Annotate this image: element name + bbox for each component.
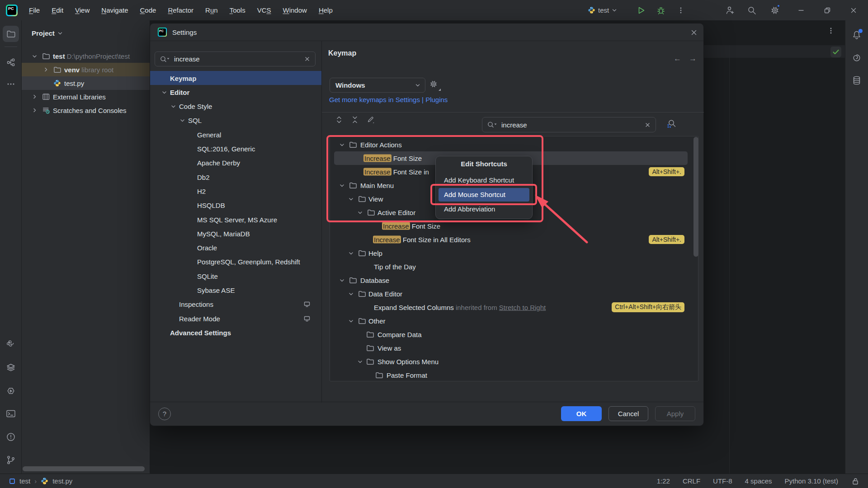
keymap-tree-row[interactable]: Tip of the Day — [330, 260, 698, 273]
get-more-keymaps-link[interactable]: Get more keymaps in Settings | Plugins — [329, 96, 448, 103]
keymap-tree-row[interactable]: Increase Font Size — [330, 219, 698, 233]
breadcrumb-file[interactable]: test.py — [52, 477, 72, 485]
ok-button[interactable]: OK — [561, 406, 602, 421]
settings-tree-item[interactable]: Code Style — [150, 99, 321, 113]
ai-assistant-icon[interactable] — [849, 50, 865, 66]
minimize-button[interactable] — [794, 0, 808, 20]
database-icon[interactable] — [849, 72, 865, 89]
settings-tree-item[interactable]: SQL — [150, 113, 321, 127]
more-tools-icon[interactable] — [3, 76, 19, 92]
cancel-button[interactable]: Cancel — [609, 406, 648, 421]
settings-tree-item[interactable]: Editor — [150, 85, 321, 99]
clear-search-icon[interactable] — [304, 56, 311, 62]
settings-tree-item[interactable]: Reader Mode — [150, 311, 321, 325]
status-item[interactable]: 4 spaces — [745, 477, 772, 485]
keymap-tree-row[interactable]: Paste Format — [330, 368, 698, 381]
keymap-search-input[interactable]: increase — [482, 117, 656, 132]
keymap-tree-row[interactable]: Show Options Menu — [330, 355, 698, 368]
version-control-tool-icon[interactable] — [3, 452, 19, 468]
project-panel-header[interactable]: Project — [32, 29, 63, 37]
settings-tree-item[interactable]: HSQLDB — [150, 198, 321, 212]
breadcrumb-project[interactable]: test — [19, 477, 30, 485]
keymap-tree-row[interactable]: Expand Selected Columns inherited from S… — [330, 300, 698, 314]
menu-edit[interactable]: Edit — [46, 0, 69, 20]
menu-window[interactable]: Window — [277, 0, 313, 20]
keymap-scheme-gear-icon[interactable] — [429, 80, 441, 91]
project-tree-row[interactable]: test.py — [22, 76, 150, 90]
keymap-tree-row[interactable]: Database — [330, 273, 698, 287]
code-with-me-icon[interactable] — [723, 0, 737, 20]
search-everywhere-icon[interactable] — [745, 0, 759, 20]
status-item[interactable]: Python 3.10 (test) — [785, 477, 838, 485]
menu-item-add-keyboard-shortcut[interactable]: Add Keyboard Shortcut — [439, 174, 529, 187]
keymap-tree-row[interactable]: Compare Data — [330, 328, 698, 341]
keymap-tree-row[interactable]: Editor Actions — [330, 138, 698, 151]
project-tool-icon[interactable] — [3, 26, 19, 42]
settings-tree-item[interactable]: MySQL, MariaDB — [150, 226, 321, 240]
run-config-selector[interactable]: test — [588, 0, 628, 20]
menu-vcs[interactable]: VCS — [251, 0, 277, 20]
close-icon[interactable] — [690, 28, 698, 37]
status-item[interactable]: CRLF — [683, 477, 700, 485]
maximize-button[interactable] — [821, 0, 834, 20]
menu-code[interactable]: Code — [134, 0, 162, 20]
settings-tree-item[interactable]: Apache Derby — [150, 156, 321, 170]
menu-file[interactable]: File — [23, 0, 46, 20]
apply-button[interactable]: Apply — [655, 406, 695, 421]
settings-search-input[interactable]: increase — [155, 52, 316, 66]
collapse-all-icon[interactable] — [350, 115, 360, 125]
status-item[interactable]: 1:22 — [657, 477, 670, 485]
keymap-tree-row[interactable]: Help — [330, 246, 698, 260]
settings-tree-item[interactable]: General — [150, 127, 321, 141]
problems-tool-icon[interactable] — [3, 429, 19, 445]
menu-view[interactable]: View — [69, 0, 95, 20]
settings-tree-item[interactable]: SQL:2016, Generic — [150, 142, 321, 156]
keymap-tree-row[interactable]: Increase Font Size in All EditorsAlt+Shi… — [330, 233, 698, 246]
structure-tool-icon[interactable] — [3, 54, 19, 70]
settings-tree-item[interactable]: MS SQL Server, MS Azure — [150, 212, 321, 226]
keymap-scrollbar[interactable] — [693, 137, 698, 257]
menu-run[interactable]: Run — [199, 0, 224, 20]
settings-tree-item[interactable]: Advanced Settings — [150, 325, 321, 339]
notifications-icon[interactable] — [849, 27, 865, 43]
edit-shortcut-icon[interactable] — [366, 115, 376, 125]
debug-button[interactable] — [654, 0, 668, 20]
inspections-ok-icon[interactable] — [830, 47, 841, 57]
keymap-tree-row[interactable]: Other — [330, 314, 698, 328]
run-tool-icon[interactable] — [3, 383, 19, 399]
menu-navigate[interactable]: Navigate — [95, 0, 134, 20]
forward-icon[interactable]: → — [689, 54, 697, 63]
keymap-scheme-select[interactable]: Windows — [330, 78, 425, 93]
settings-tree-item[interactable]: Keymap — [150, 71, 321, 85]
menu-item-add-mouse-shortcut[interactable]: Add Mouse Shortcut — [439, 188, 529, 202]
menu-help[interactable]: Help — [313, 0, 339, 20]
more-actions-icon[interactable] — [674, 0, 688, 20]
project-tree-row[interactable]: test D:\pythonProject\test — [22, 49, 150, 63]
close-button[interactable] — [847, 0, 860, 20]
expand-all-icon[interactable] — [335, 115, 344, 125]
keymap-tree-row[interactable]: Data Editor — [330, 287, 698, 300]
project-tree-row[interactable]: venv library root — [22, 63, 150, 76]
project-tree-row[interactable]: External Libraries — [22, 90, 150, 103]
lock-icon[interactable] — [851, 477, 860, 486]
settings-gear-icon[interactable] — [768, 0, 782, 20]
back-icon[interactable]: ← — [674, 54, 681, 63]
find-by-shortcut-icon[interactable] — [666, 119, 678, 131]
help-icon[interactable]: ? — [158, 408, 171, 420]
python-packages-tool-icon[interactable] — [3, 337, 19, 353]
settings-tree-item[interactable]: Oracle — [150, 241, 321, 255]
settings-tree-item[interactable]: SQLite — [150, 269, 321, 283]
services-tool-icon[interactable] — [3, 360, 19, 376]
settings-tree-item[interactable]: PostgreSQL, Greenplum, Redshift — [150, 255, 321, 269]
status-item[interactable]: UTF-8 — [713, 477, 732, 485]
pycharm-logo-icon[interactable]: PC — [6, 5, 18, 16]
project-tree-row[interactable]: Scratches and Consoles — [22, 103, 150, 117]
project-hscrollbar[interactable] — [23, 466, 145, 471]
menu-refactor[interactable]: Refactor — [162, 0, 199, 20]
menu-tools[interactable]: Tools — [224, 0, 251, 20]
run-button[interactable] — [634, 0, 648, 20]
menu-item-add-abbreviation[interactable]: Add Abbreviation — [439, 202, 529, 216]
editor-more-icon[interactable] — [827, 27, 835, 35]
settings-tree-item[interactable]: Sybase ASE — [150, 283, 321, 297]
keymap-tree-row[interactable]: View as — [330, 341, 698, 355]
